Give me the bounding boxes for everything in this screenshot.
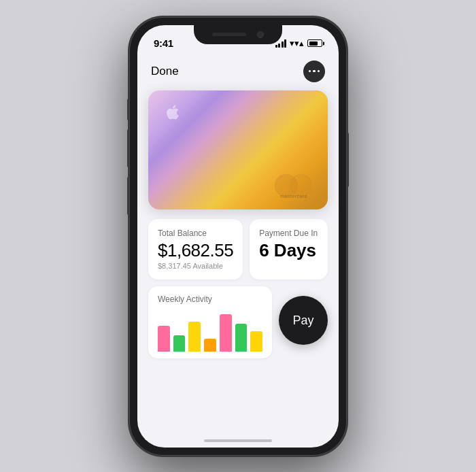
pay-label: Pay	[292, 314, 313, 328]
power-button	[347, 133, 349, 187]
mastercard-text: mastercard	[275, 194, 313, 199]
payment-due-label: Payment Due In	[259, 229, 318, 238]
volume-down-button	[127, 177, 129, 215]
home-indicator	[204, 439, 272, 442]
info-row: Total Balance $1,682.55 $8,317.45 Availa…	[148, 219, 328, 280]
weekly-activity-card[interactable]: Weekly Activity	[148, 286, 272, 358]
status-time: 9:41	[154, 37, 173, 49]
phone-frame: 9:41 ▾▾▴ Done	[129, 17, 347, 456]
activity-bar	[220, 314, 232, 352]
activity-bar	[173, 335, 186, 352]
done-button[interactable]: Done	[151, 65, 179, 78]
activity-bar	[158, 326, 170, 352]
total-balance-value: $1,682.55	[158, 241, 233, 260]
activity-bar	[250, 331, 262, 352]
apple-card[interactable]: mastercard	[148, 90, 328, 209]
volume-up-button	[127, 129, 129, 167]
header: Done	[137, 55, 339, 90]
total-balance-card[interactable]: Total Balance $1,682.55 $8,317.45 Availa…	[148, 219, 243, 280]
payment-due-card[interactable]: Payment Due In 6 Days	[250, 219, 328, 280]
more-dot	[313, 70, 316, 73]
bottom-row: Weekly Activity Pay	[148, 286, 328, 358]
available-balance: $8,317.45 Available	[158, 262, 233, 270]
wifi-icon: ▾▾▴	[290, 38, 304, 48]
bars-container	[158, 311, 262, 352]
pay-button[interactable]: Pay	[279, 296, 328, 345]
status-icons: ▾▾▴	[275, 38, 323, 48]
payment-due-value: 6 Days	[259, 241, 318, 260]
notch-speaker	[212, 33, 246, 36]
mastercard-logo: mastercard	[275, 174, 313, 197]
phone-screen: 9:41 ▾▾▴ Done	[137, 25, 339, 448]
volume-silent-button	[127, 99, 129, 120]
more-dot	[318, 70, 320, 73]
notch-camera	[257, 31, 264, 38]
apple-logo	[163, 103, 182, 122]
more-dot	[309, 70, 311, 73]
battery-icon	[307, 39, 322, 47]
notch	[194, 25, 282, 44]
more-button[interactable]	[303, 61, 325, 82]
activity-bar	[235, 324, 248, 352]
total-balance-label: Total Balance	[158, 229, 233, 238]
weekly-activity-label: Weekly Activity	[158, 294, 262, 304]
activity-bar	[188, 322, 201, 352]
activity-bar	[204, 339, 216, 352]
